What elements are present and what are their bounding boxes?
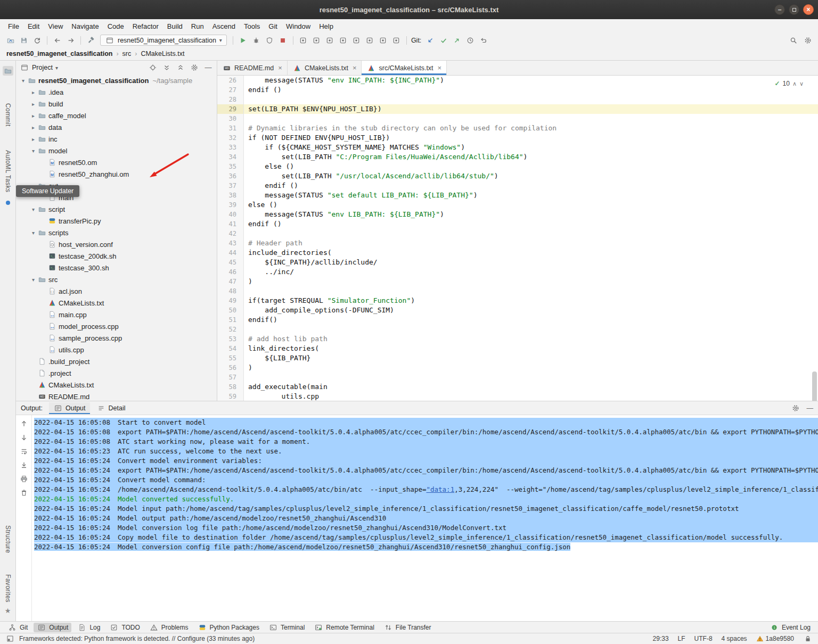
settings-icon[interactable] <box>190 63 199 72</box>
down-icon[interactable] <box>19 433 29 442</box>
build-project-icon[interactable] <box>85 35 97 46</box>
ascend-tool-4-icon[interactable] <box>337 35 349 46</box>
search-everywhere-icon[interactable] <box>787 35 799 46</box>
collapse-all-icon[interactable] <box>176 63 185 72</box>
chevron-right-icon[interactable]: ▸ <box>29 101 37 107</box>
menu-git[interactable]: Git <box>265 21 281 31</box>
toolwindow-tab-git[interactable]: Git <box>4 623 31 632</box>
ascend-tool-6-icon[interactable] <box>364 35 376 46</box>
tree-item--build-project[interactable]: .build_project <box>16 356 217 367</box>
menu-window[interactable]: Window <box>282 21 314 31</box>
status-revision[interactable]: 1a8e9580 <box>756 634 794 643</box>
ascend-tool-5-icon[interactable] <box>350 35 363 46</box>
tree-item-acl-json[interactable]: { }acl.json <box>16 285 217 297</box>
synchronize-icon[interactable] <box>31 35 43 46</box>
menu-ascend[interactable]: Ascend <box>209 21 239 31</box>
soft-wrap-icon[interactable] <box>19 447 29 456</box>
menu-navigate[interactable]: Navigate <box>68 21 102 31</box>
tree-item--project[interactable]: .project <box>16 367 217 379</box>
locate-icon[interactable] <box>148 63 158 72</box>
prev-problem-icon[interactable]: ∧ <box>792 79 797 88</box>
tree-item-utils-cpp[interactable]: ++utils.cpp <box>16 344 217 356</box>
ide-settings-icon[interactable] <box>801 35 814 46</box>
tree-item-resnet50-zhanghui-om[interactable]: Mresnet50_zhanghui.om <box>16 168 217 180</box>
tree-item-sample-process-cpp[interactable]: ++sample_process.cpp <box>16 332 217 344</box>
ascend-tool-7-icon[interactable] <box>377 35 389 46</box>
toolwindow-switcher-icon[interactable] <box>5 634 15 643</box>
menu-build[interactable]: Build <box>163 21 186 31</box>
status-item-lf[interactable]: LF <box>678 635 685 642</box>
chevron-right-icon[interactable]: ▸ <box>29 113 37 119</box>
maximize-button[interactable] <box>789 4 799 15</box>
tree-item-inc[interactable]: ▸inc <box>16 133 217 145</box>
status-item-4-spaces[interactable]: 4 spaces <box>722 635 747 642</box>
close-tab-icon[interactable]: × <box>278 64 282 72</box>
tree-item-model[interactable]: ▾model <box>16 145 217 156</box>
chevron-down-icon[interactable]: ▾ <box>55 65 58 71</box>
up-icon[interactable] <box>19 419 29 428</box>
toolwindow-tab-problems[interactable]: Problems <box>146 623 192 632</box>
tree-item-cmakelists-txt[interactable]: CMakeLists.txt <box>16 297 217 309</box>
tree-item--idea[interactable]: ▸.idea <box>16 86 217 98</box>
close-tab-icon[interactable]: × <box>353 64 357 72</box>
minimize-button[interactable]: – <box>774 4 785 15</box>
hide-icon[interactable]: — <box>203 63 213 72</box>
tree-item-scripts[interactable]: ▾scripts <box>16 227 217 238</box>
forward-icon[interactable] <box>64 35 77 46</box>
run-with-coverage-icon[interactable] <box>264 35 276 46</box>
close-tab-icon[interactable]: × <box>438 64 442 72</box>
toolwindow-tab-event-log[interactable]: 1Event Log <box>766 623 814 632</box>
tool-button-automl-tasks[interactable]: AutoML Tasks <box>4 150 12 193</box>
chevron-down-icon[interactable]: ▾ <box>29 207 37 212</box>
tree-item-caffe-model[interactable]: ▸caffe_model <box>16 110 217 121</box>
menu-file[interactable]: File <box>4 21 23 31</box>
chevron-down-icon[interactable]: ▾ <box>29 277 37 283</box>
toolwindow-tab-terminal[interactable]: Terminal <box>265 623 308 632</box>
tree-item-data[interactable]: ▸data <box>16 121 217 133</box>
menu-run[interactable]: Run <box>187 21 208 31</box>
tool-button-commit[interactable]: Commit <box>4 103 12 127</box>
chevron-down-icon[interactable]: ▾ <box>29 230 37 236</box>
status-item-29-33[interactable]: 29:33 <box>653 635 669 642</box>
tree-item-testcase-200dk-sh[interactable]: >_testcase_200dk.sh <box>16 250 217 262</box>
tree-item-build[interactable]: ▸build <box>16 98 217 110</box>
menu-edit[interactable]: Edit <box>24 21 43 31</box>
tree-item-cmakelists-txt[interactable]: CMakeLists.txt <box>16 379 217 391</box>
next-problem-icon[interactable]: ∨ <box>799 79 804 88</box>
status-message[interactable]: Frameworks detected: Python framework is… <box>19 635 255 642</box>
inspections-widget[interactable]: ✓ 10 ∧ ∨ <box>772 78 806 89</box>
stop-icon[interactable] <box>277 35 289 46</box>
tree-item-resnet50-imagenet-classification[interactable]: ▾resnet50_imagenet_classification~/tag/s… <box>16 75 217 86</box>
tree-item-testcase-300-sh[interactable]: >_testcase_300.sh <box>16 262 217 274</box>
breadcrumb-item-cmakelists-txt[interactable]: CMakeLists.txt <box>141 50 184 57</box>
tree-item-model-process-cpp[interactable]: ++model_process.cpp <box>16 320 217 332</box>
close-button[interactable]: × <box>803 4 814 15</box>
breadcrumb-item-src[interactable]: src <box>122 50 132 57</box>
expand-all-icon[interactable] <box>162 63 171 72</box>
toolwindow-tab-file-transfer[interactable]: File Transfer <box>380 623 435 632</box>
code-editor[interactable]: 26 message(STATUS "env INC_PATH: ${INC_P… <box>217 76 818 401</box>
hide-panel-icon[interactable]: — <box>807 404 814 412</box>
back-icon[interactable] <box>51 35 63 46</box>
toolwindow-tab-todo[interactable]: TODO <box>106 623 143 632</box>
chevron-down-icon[interactable]: ▾ <box>19 78 27 84</box>
run-icon[interactable] <box>237 35 249 46</box>
tool-button-structure[interactable]: Structure <box>4 525 12 553</box>
ascend-tool-1-icon[interactable] <box>297 35 309 46</box>
print-icon[interactable] <box>19 475 29 483</box>
log-link[interactable]: "data:1 <box>426 485 454 493</box>
push-icon[interactable] <box>451 35 463 46</box>
clear-icon[interactable] <box>19 489 29 497</box>
scroll-to-end-icon[interactable] <box>19 461 29 469</box>
menu-code[interactable]: Code <box>104 21 128 31</box>
run-configuration-select[interactable]: resnet50_imagenet_classification▾ <box>100 35 227 46</box>
tool-button-favorites[interactable]: Favorites <box>4 574 12 602</box>
open-icon[interactable] <box>4 35 17 46</box>
tree-item-resnet50-om[interactable]: Mresnet50.om <box>16 156 217 168</box>
save-all-icon[interactable] <box>18 35 30 46</box>
debug-icon[interactable] <box>250 35 263 46</box>
toolwindow-tab-python-packages[interactable]: Python Packages <box>194 623 263 632</box>
chevron-down-icon[interactable]: ▾ <box>29 148 37 154</box>
toolwindow-tab-output[interactable]: Output <box>34 623 71 632</box>
tree-item-src[interactable]: ▾src <box>16 274 217 285</box>
